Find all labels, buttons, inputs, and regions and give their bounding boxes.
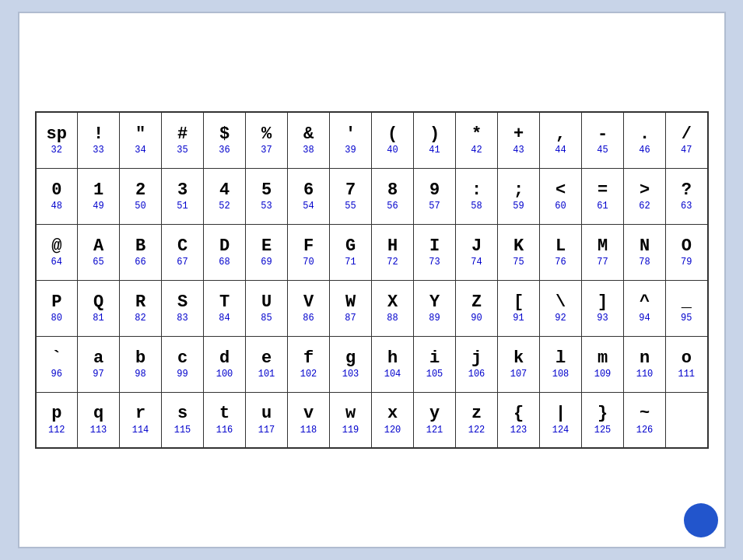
char-display: G bbox=[331, 236, 370, 257]
char-display: a bbox=[79, 348, 117, 369]
char-code: 35 bbox=[163, 145, 202, 156]
table-cell: N78 bbox=[624, 224, 666, 280]
table-cell: P80 bbox=[36, 280, 78, 336]
table-cell: =61 bbox=[582, 168, 624, 224]
char-code: 65 bbox=[79, 257, 117, 268]
table-cell: x120 bbox=[372, 392, 414, 448]
char-display: ] bbox=[584, 292, 622, 313]
char-code: 60 bbox=[541, 201, 580, 212]
char-display: , bbox=[541, 124, 580, 145]
char-code: 38 bbox=[289, 145, 328, 156]
char-code: 112 bbox=[38, 425, 76, 436]
char-display: = bbox=[584, 180, 622, 201]
char-code: 125 bbox=[584, 425, 622, 436]
char-code: 101 bbox=[247, 369, 286, 380]
table-cell: H72 bbox=[372, 224, 414, 280]
table-cell: m109 bbox=[582, 336, 624, 392]
table-cell: 250 bbox=[120, 168, 162, 224]
char-display: C bbox=[163, 236, 202, 257]
char-code: 54 bbox=[289, 201, 328, 212]
char-display: i bbox=[415, 348, 454, 369]
char-display: s bbox=[163, 404, 202, 424]
table-cell: O79 bbox=[666, 224, 708, 280]
char-display: 6 bbox=[289, 180, 328, 201]
table-cell: U85 bbox=[246, 280, 288, 336]
char-display: \ bbox=[541, 292, 580, 313]
char-display: | bbox=[541, 404, 580, 424]
table-cell: ]93 bbox=[582, 280, 624, 336]
char-code: 61 bbox=[584, 201, 622, 212]
char-display: u bbox=[247, 404, 286, 424]
char-display: b bbox=[121, 348, 159, 369]
table-cell: :58 bbox=[456, 168, 498, 224]
char-display: K bbox=[499, 236, 538, 257]
table-cell: u117 bbox=[246, 392, 288, 448]
char-code: 39 bbox=[331, 145, 370, 156]
table-cell: F70 bbox=[288, 224, 330, 280]
char-code: 74 bbox=[457, 257, 496, 268]
char-display: < bbox=[541, 180, 580, 201]
char-code: 62 bbox=[626, 201, 664, 212]
char-display: / bbox=[668, 124, 706, 145]
char-display: 5 bbox=[247, 180, 286, 201]
char-display: n bbox=[626, 348, 664, 369]
char-code: 123 bbox=[499, 425, 538, 436]
char-display: P bbox=[38, 292, 76, 313]
char-code: 88 bbox=[373, 313, 412, 324]
char-code: 108 bbox=[541, 369, 580, 380]
table-cell: ^94 bbox=[624, 280, 666, 336]
table-cell: R82 bbox=[120, 280, 162, 336]
char-display: X bbox=[373, 292, 412, 313]
table-cell: .46 bbox=[624, 112, 666, 168]
char-code: 43 bbox=[499, 145, 538, 156]
char-code: 124 bbox=[541, 425, 580, 436]
table-cell: 149 bbox=[78, 168, 120, 224]
char-code: 117 bbox=[247, 425, 286, 436]
table-cell: w119 bbox=[330, 392, 372, 448]
table-cell: C67 bbox=[162, 224, 204, 280]
char-code: 66 bbox=[121, 257, 159, 268]
char-code: 57 bbox=[415, 201, 454, 212]
char-display: ^ bbox=[626, 292, 664, 313]
table-cell: g103 bbox=[330, 336, 372, 392]
table-cell: &38 bbox=[288, 112, 330, 168]
char-display: S bbox=[163, 292, 202, 313]
table-cell: Y89 bbox=[414, 280, 456, 336]
char-code: 48 bbox=[38, 201, 76, 212]
char-code: 51 bbox=[163, 201, 202, 212]
table-cell: G71 bbox=[330, 224, 372, 280]
table-cell: J74 bbox=[456, 224, 498, 280]
table-cell: v118 bbox=[288, 392, 330, 448]
table-cell: "34 bbox=[120, 112, 162, 168]
table-cell: r114 bbox=[120, 392, 162, 448]
char-display: N bbox=[626, 236, 664, 257]
char-code: 115 bbox=[163, 425, 202, 436]
char-display: k bbox=[499, 348, 538, 369]
char-display: % bbox=[247, 124, 286, 145]
char-code: 76 bbox=[541, 257, 580, 268]
char-code: 102 bbox=[289, 369, 328, 380]
table-cell: -45 bbox=[582, 112, 624, 168]
char-code: 34 bbox=[121, 145, 159, 156]
char-display: g bbox=[331, 348, 370, 369]
char-code: 86 bbox=[289, 313, 328, 324]
table-cell: D68 bbox=[204, 224, 246, 280]
char-display: W bbox=[331, 292, 370, 313]
char-code: 49 bbox=[79, 201, 117, 212]
char-code: 75 bbox=[499, 257, 538, 268]
char-display: . bbox=[626, 124, 664, 145]
char-display: H bbox=[373, 236, 412, 257]
char-display: f bbox=[289, 348, 328, 369]
char-display: J bbox=[457, 236, 496, 257]
char-display: ? bbox=[668, 180, 706, 201]
char-display: M bbox=[584, 236, 622, 257]
table-cell: 351 bbox=[162, 168, 204, 224]
char-display: o bbox=[668, 348, 706, 369]
char-code: 45 bbox=[584, 145, 622, 156]
table-cell: '39 bbox=[330, 112, 372, 168]
char-display: q bbox=[79, 404, 117, 424]
char-display: 4 bbox=[205, 180, 244, 201]
table-cell: W87 bbox=[330, 280, 372, 336]
table-cell: s115 bbox=[162, 392, 204, 448]
char-display: e bbox=[247, 348, 286, 369]
